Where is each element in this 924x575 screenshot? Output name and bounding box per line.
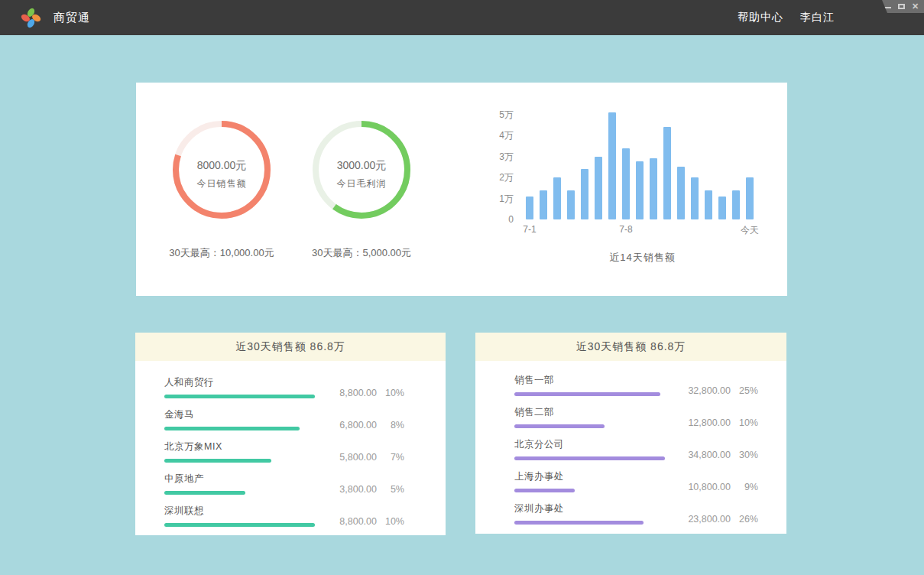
- today-summary-card: 8000.00元 今日销售额 30天最高：10,000.00元 3000.00元…: [136, 83, 787, 296]
- rank-item-label: 人和商贸行: [164, 376, 315, 389]
- bar-day-5: [581, 169, 588, 219]
- bar-day-10: [650, 158, 657, 219]
- today-profit-label: 今日毛利润: [337, 174, 387, 193]
- rank-percent: 8%: [377, 420, 404, 430]
- titlebar: 商贸通 帮助中心 李白江 ✕: [0, 0, 924, 35]
- rank-progress-bar: [164, 491, 245, 495]
- y-axis-tick-label: 5万: [486, 109, 514, 120]
- maximize-icon[interactable]: [898, 3, 905, 10]
- rank-percent: 25%: [731, 385, 758, 396]
- bar-day-8: [622, 148, 630, 220]
- rank-row: 中原地产3,800.005%: [164, 473, 404, 495]
- rank-progress-bar: [164, 395, 315, 398]
- rank-progress-bar: [164, 523, 315, 527]
- help-center-link[interactable]: 帮助中心: [738, 11, 783, 24]
- rank-amount: 6,800.00: [315, 420, 377, 430]
- sales-14day-chart: 01万2万3万4万5万7-17-8今天 近14天销售额: [491, 83, 770, 296]
- y-axis-tick-label: 2万: [486, 172, 514, 183]
- bar-day-13: [691, 177, 699, 219]
- rank-amount: 5,800.00: [315, 452, 377, 463]
- bar-day-17: [746, 177, 754, 219]
- bar-day-1: [526, 197, 533, 219]
- today-sales-value: 8000.00元: [197, 156, 247, 174]
- rank-row: 北京万象MIX5,800.007%: [164, 440, 404, 463]
- customer-ranking-list: 人和商贸行8,800.0010%金海马6,800.008%北京万象MIX5,80…: [135, 361, 446, 527]
- today-profit-value: 3000.00元: [337, 156, 387, 174]
- bar-day-15: [718, 197, 726, 219]
- rank-percent: 10%: [377, 388, 404, 398]
- y-axis-tick-label: 0: [486, 214, 514, 225]
- bar-day-3: [553, 177, 561, 219]
- rank-amount: 34,800.00: [665, 450, 731, 460]
- rank-percent: 9%: [731, 482, 758, 492]
- bar-day-11: [663, 127, 671, 219]
- rank-percent: 10%: [377, 516, 404, 527]
- window-controls: ✕: [877, 0, 924, 13]
- rank-progress-bar: [164, 459, 271, 463]
- y-axis-tick-label: 4万: [486, 130, 514, 141]
- y-axis-tick-label: 3万: [486, 151, 514, 162]
- x-axis-label: 今天: [727, 224, 773, 237]
- rank-progress-bar: [514, 456, 665, 460]
- rank-percent: 26%: [731, 514, 758, 525]
- customer-ranking-title: 近30天销售额 86.8万: [135, 333, 446, 361]
- rank-item-label: 销售二部: [514, 406, 665, 419]
- bar-chart-plot-area: 01万2万3万4万5万7-17-8今天: [518, 105, 767, 219]
- profit-30day-max: 30天最高：5,000.00元: [285, 246, 438, 260]
- rank-progress-bar: [514, 521, 644, 525]
- rank-amount: 10,800.00: [665, 482, 731, 492]
- bar-day-7: [608, 112, 616, 219]
- bar-day-16: [732, 190, 740, 220]
- rank-amount: 8,800.00: [315, 516, 377, 527]
- bar-chart-title: 近14天销售额: [518, 251, 767, 265]
- rank-item-label: 深圳办事处: [514, 502, 665, 515]
- customer-ranking-card: 近30天销售额 86.8万 人和商贸行8,800.0010%金海马6,800.0…: [135, 333, 446, 535]
- rank-percent: 30%: [731, 450, 758, 460]
- rank-row: 金海马6,800.008%: [164, 408, 404, 430]
- x-axis-label: 7-8: [603, 224, 649, 235]
- rank-item-label: 上海办事处: [514, 470, 665, 483]
- rank-row: 人和商贸行8,800.0010%: [164, 376, 404, 398]
- rank-progress-bar: [514, 392, 660, 396]
- close-icon[interactable]: ✕: [912, 3, 919, 10]
- sales-30day-max: 30天最高：10,000.00元: [145, 246, 298, 260]
- rank-item-label: 销售一部: [514, 374, 665, 387]
- x-axis-label: 7-1: [507, 224, 553, 235]
- rank-percent: 5%: [377, 484, 404, 495]
- rank-row: 深圳办事处23,800.0026%: [514, 502, 758, 525]
- rank-percent: 7%: [377, 452, 404, 463]
- rank-amount: 3,800.00: [315, 484, 377, 495]
- rank-row: 销售二部12,800.0010%: [514, 406, 758, 428]
- rank-progress-bar: [164, 427, 300, 430]
- today-sales-gauge: 8000.00元 今日销售额 30天最高：10,000.00元: [145, 118, 298, 260]
- bar-day-9: [636, 161, 644, 219]
- today-profit-gauge: 3000.00元 今日毛利润 30天最高：5,000.00元: [285, 118, 438, 260]
- rank-amount: 12,800.00: [665, 417, 731, 428]
- rank-percent: 10%: [731, 417, 758, 428]
- rank-amount: 23,800.00: [665, 514, 731, 525]
- rank-item-label: 金海马: [164, 408, 315, 421]
- rank-item-label: 北京分公司: [514, 438, 665, 451]
- rank-item-label: 深圳联想: [164, 505, 315, 518]
- user-name-menu[interactable]: 李白江: [800, 11, 835, 24]
- app-logo-pinwheel-icon: [21, 8, 41, 28]
- app-title: 商贸通: [53, 0, 90, 35]
- bar-day-12: [677, 167, 685, 219]
- department-ranking-title: 近30天销售额 86.8万: [475, 333, 786, 361]
- department-ranking-list: 销售一部32,800.0025%销售二部12,800.0010%北京分公司34,…: [475, 361, 786, 525]
- bar-day-4: [567, 190, 575, 220]
- rank-progress-bar: [514, 489, 575, 492]
- bar-day-6: [595, 157, 602, 220]
- bar-day-2: [540, 190, 547, 220]
- rank-item-label: 中原地产: [164, 473, 315, 486]
- rank-row: 上海办事处10,800.009%: [514, 470, 758, 492]
- y-axis-tick-label: 1万: [486, 193, 514, 204]
- rank-row: 销售一部32,800.0025%: [514, 374, 758, 396]
- titlebar-right: 帮助中心 李白江: [738, 0, 835, 35]
- rank-progress-bar: [514, 424, 605, 428]
- rank-amount: 8,800.00: [315, 388, 377, 398]
- today-sales-label: 今日销售额: [197, 174, 247, 193]
- rank-item-label: 北京万象MIX: [164, 440, 315, 453]
- rank-amount: 32,800.00: [665, 385, 731, 396]
- minimize-icon[interactable]: [884, 3, 891, 10]
